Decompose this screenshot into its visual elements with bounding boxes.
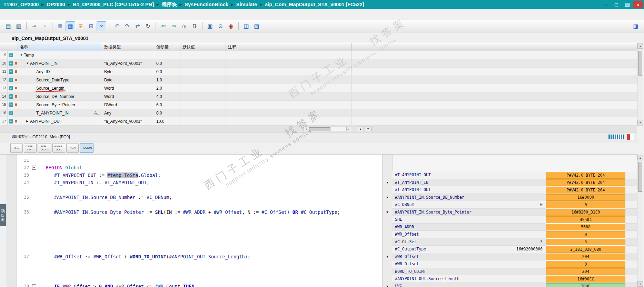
- default-value-cell[interactable]: [180, 59, 226, 68]
- breadcrumb-item[interactable]: SysFunctionBlock: [185, 2, 228, 7]
- scroll-right-icon[interactable]: ▸: [346, 127, 351, 131]
- watch-expander-icon[interactable]: ▼: [383, 283, 392, 287]
- outdent-icon[interactable]: ⇐: [159, 21, 168, 31]
- minimize-button[interactable]: —: [601, 1, 611, 8]
- datatype-cell[interactable]: Byte: [102, 68, 154, 76]
- name-cell[interactable]: Any_ID: [18, 68, 102, 76]
- editor-scroll-up-icon[interactable]: ▲: [637, 155, 643, 160]
- interface-scrollbar[interactable]: ▲ ▼: [637, 43, 643, 126]
- comment-cell[interactable]: [226, 76, 352, 84]
- comment-cell[interactable]: [226, 68, 352, 76]
- watch-row[interactable]: #C_OffSet33: [383, 238, 637, 246]
- watch-expander-icon[interactable]: ▼: [383, 209, 392, 216]
- snippet-for[interactable]: FOR... TO DO...: [38, 143, 51, 153]
- update-block-call-icon[interactable]: ↻: [143, 21, 153, 31]
- datatype-cell[interactable]: Word: [102, 84, 154, 92]
- name-cell[interactable]: T_ANYPOINT_INA...: [18, 109, 102, 117]
- breakpoints-icon[interactable]: ◉: [226, 21, 236, 31]
- watch-row[interactable]: #WR_Offset0: [383, 260, 637, 268]
- name-cell[interactable]: Source_DataType: [18, 76, 102, 84]
- compare-online-icon[interactable]: ▧: [252, 21, 261, 31]
- interface-row[interactable]: 9▼Temp: [0, 51, 637, 59]
- insert-row-icon[interactable]: ▤: [3, 21, 13, 31]
- symbolic-view-icon[interactable]: ▦: [66, 21, 75, 31]
- project-tree-tab[interactable]: 项目树: [0, 204, 6, 226]
- comment-cell[interactable]: [226, 92, 352, 101]
- watch-expander-icon[interactable]: ▼: [383, 194, 392, 201]
- datatype-cell[interactable]: Word: [102, 92, 154, 101]
- swap-operands-icon[interactable]: ⇅: [190, 21, 199, 31]
- call-path-target[interactable]: OP2110_Main [FC9]: [32, 135, 70, 139]
- next-bookmark-icon[interactable]: ⊙: [216, 21, 225, 31]
- interface-row[interactable]: 14Source_DB_NumberWord4.0: [0, 92, 637, 101]
- watch-row[interactable]: #WR_Offset0: [383, 231, 637, 238]
- goto-next-error-icon[interactable]: ↷: [122, 21, 132, 31]
- watch-row[interactable]: ▼#ANYPOINT_IN.Source_Byte_Pointer16#8200…: [383, 209, 637, 216]
- header-offset[interactable]: 偏移量: [154, 43, 180, 51]
- hscroll-thumb[interactable]: [309, 127, 330, 131]
- name-cell[interactable]: Source_Length: [18, 84, 102, 92]
- watch-row[interactable]: #T_ANYPOINT_OUTP#V42.0 BYTE 204: [383, 186, 637, 194]
- interface-row[interactable]: 16T_ANYPOINT_INA...Any0.0: [0, 109, 637, 117]
- default-value-cell[interactable]: [180, 117, 226, 126]
- header-name[interactable]: 名称: [18, 43, 102, 51]
- pane-splitter[interactable]: ◂ ▸ ▴ ▾: [0, 126, 637, 132]
- interface-scroll-thumb[interactable]: [638, 51, 642, 76]
- watch-row[interactable]: SHL45504: [383, 216, 637, 224]
- code-editor[interactable]: 3132− REGION Global33 #T_ANYPOINT_OUT :=…: [6, 155, 637, 287]
- expander-icon[interactable]: ▶: [26, 120, 30, 123]
- name-cell[interactable]: ▼ANYPOINT_IN: [18, 59, 102, 68]
- editor-scroll-down-icon[interactable]: ▼: [637, 281, 643, 287]
- interface-row[interactable]: 13Source_LengthWord2.0: [0, 84, 637, 92]
- fold-collapse-icon[interactable]: −: [32, 166, 36, 170]
- comment-cell[interactable]: [226, 84, 352, 92]
- watch-expander-icon[interactable]: ▼: [383, 253, 392, 261]
- name-cell[interactable]: Source_Byte_Pointer: [18, 101, 102, 109]
- hscroll-track[interactable]: [308, 127, 346, 131]
- watch-row[interactable]: #T_ANYPOINT_OUTP#V42.0 BYTE 204: [383, 171, 637, 179]
- open-data-view-icon[interactable]: ⇥: [29, 21, 39, 31]
- scroll-left-icon[interactable]: ◂: [304, 127, 308, 131]
- align-parameters-icon[interactable]: ≋: [179, 21, 189, 31]
- call-environment-icon[interactable]: ◫: [241, 21, 251, 31]
- interface-row[interactable]: 15Source_Byte_PointerDWord6.0: [0, 101, 637, 109]
- watch-row[interactable]: #WR_ADDR5688: [383, 224, 637, 231]
- default-value-cell[interactable]: [180, 101, 226, 109]
- datatype-cell[interactable]: "a_AnyPoint_v0001": [102, 117, 154, 126]
- scroll-down-icon[interactable]: ▼: [637, 120, 643, 125]
- default-value-cell[interactable]: [180, 92, 226, 101]
- keep-actual-values-icon[interactable]: ▫: [40, 21, 49, 31]
- breadcrumb-item[interactable]: B1_OP2000_PLC [CPU 1515-2 PN]: [73, 2, 154, 7]
- splitter-collapse-down-button[interactable]: ▾: [365, 127, 371, 131]
- goto-previous-error-icon[interactable]: ↶: [112, 21, 122, 31]
- datatype-cell[interactable]: Any: [102, 109, 154, 117]
- breadcrumb-item[interactable]: Simulate: [236, 2, 257, 7]
- default-value-cell[interactable]: [180, 51, 226, 59]
- datatype-cell[interactable]: Byte: [102, 76, 154, 84]
- default-value-cell[interactable]: [180, 84, 226, 92]
- interface-row[interactable]: 10▼ANYPOINT_IN"a_AnyPoint_v0001"0.0: [0, 59, 637, 68]
- horizontal-scrollbar[interactable]: ◂ ▸: [304, 127, 351, 131]
- scroll-up-icon[interactable]: ▲: [637, 43, 643, 49]
- snippet-case[interactable]: CASE... OF...: [24, 143, 37, 153]
- watch-row[interactable]: ▼#WR_Offset204: [383, 253, 637, 261]
- comment-cell[interactable]: [226, 59, 352, 68]
- editor-scrollbar[interactable]: ▲ ▼: [637, 155, 643, 287]
- breadcrumb-item[interactable]: T1907_OP2000: [3, 2, 39, 7]
- watch-expander-icon[interactable]: ▼: [383, 179, 392, 187]
- header-datatype[interactable]: 数据类型: [102, 43, 154, 51]
- watch-row[interactable]: #ANYPOINT_OUT.Source_Length16#00CC: [383, 275, 637, 283]
- interface-row[interactable]: 17▶ANYPOINT_OUT"a_AnyPoint_v0001"10.0: [0, 117, 637, 126]
- datatype-cell[interactable]: "a_AnyPoint_v0001": [102, 59, 154, 68]
- watch-row[interactable]: #C_OutputType16#820000002_181_038_080: [383, 246, 637, 253]
- watch-row[interactable]: ▼结果TRUE: [383, 283, 637, 287]
- restore-button[interactable]: ▢: [612, 1, 621, 8]
- watch-row[interactable]: ▼#ANYPOINT_IN.Source_DB_Number16#0000: [383, 194, 637, 201]
- snippet-if[interactable]: IF...: [10, 143, 23, 153]
- snippet-comment[interactable]: (*...*): [66, 143, 79, 153]
- snippet-region[interactable]: REGION: [80, 143, 93, 153]
- name-cell[interactable]: ▼Temp: [18, 51, 102, 59]
- name-cell[interactable]: ▶ANYPOINT_OUT: [18, 117, 102, 126]
- comment-cell[interactable]: [226, 51, 352, 59]
- comment-cell[interactable]: [226, 101, 352, 109]
